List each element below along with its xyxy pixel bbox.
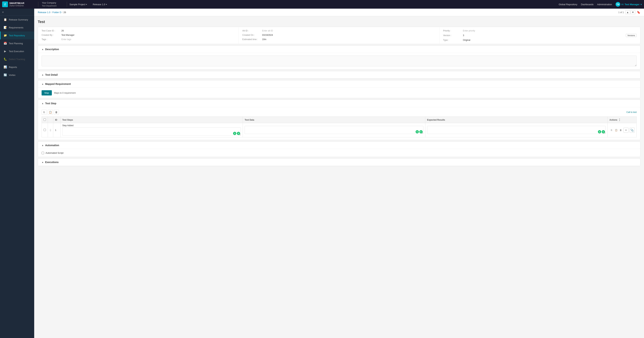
sidebar-item-reports[interactable]: 📊 Reports	[0, 63, 34, 71]
map-button[interactable]: Map	[42, 90, 52, 95]
row-test-data-cell: G G	[243, 123, 425, 137]
sidebar-item-label: Test Planning	[9, 42, 23, 45]
row-id-cell: 1	[53, 123, 60, 137]
add-step-button[interactable]: +	[624, 128, 628, 133]
test-data-input-icons: G G	[416, 130, 422, 133]
created-by-value: Test Manager	[62, 34, 235, 36]
tags-value[interactable]: Enter tags	[62, 38, 235, 41]
type-row: Type : Original	[443, 39, 636, 41]
expected-results-input-icons: G G	[598, 130, 605, 133]
automation-section-header[interactable]: ▲ Automation	[38, 142, 640, 149]
nav-items: Sample Project ▾ Release 1.0 ▾	[67, 2, 559, 7]
automation-section: ▲ Automation Automated Script	[38, 142, 640, 157]
estimated-time-row: Estimated time : 10m	[242, 38, 436, 41]
th-id: ID	[53, 117, 60, 123]
executions-title: Executions	[45, 161, 59, 164]
row-test-step-cell: Step Added G G	[60, 123, 243, 137]
prev-button[interactable]: ▲	[625, 10, 630, 14]
project-nav-item[interactable]: Sample Project ▾	[67, 2, 90, 7]
th-drag	[48, 117, 53, 123]
test-case-id-row: Test Case ID : 26	[42, 29, 235, 32]
priority-value[interactable]: Enter priority	[463, 29, 636, 32]
row-actions-cell: ⎘ 📋 🗑 + 📎	[608, 123, 636, 137]
versions-button[interactable]: Versions	[626, 34, 636, 37]
sidebar-item-test-repository[interactable]: 📁 Test Repository	[0, 31, 34, 39]
user-menu-arrow: ▾	[640, 3, 642, 6]
actions-settings-icon[interactable]: ⋮	[618, 118, 621, 122]
alt-id-row: Alt ID : Enter alt ID	[242, 29, 436, 32]
paste-step-icon[interactable]: 📋	[48, 110, 53, 115]
grammarly-icon-1: G	[233, 132, 236, 135]
sidebar-item-label: Vortex	[9, 74, 16, 76]
expected-results-input[interactable]	[427, 126, 606, 134]
version-label: Version :	[443, 34, 463, 37]
user-greeting: Hi	[621, 3, 624, 6]
test-repository-icon: 📁	[4, 34, 7, 37]
user-menu[interactable]: TM Hi Test Manager ▾	[616, 2, 642, 7]
requirements-icon: 📝	[4, 26, 7, 29]
th-expected-results: Expected Results	[425, 117, 608, 123]
breadcrumb-sep1: /	[51, 11, 52, 14]
test-detail-section-header[interactable]: ▲ Test Detail	[38, 71, 640, 79]
th-test-data: Test Data	[243, 117, 425, 123]
copy-step-icon[interactable]: ⎘	[42, 110, 46, 115]
automated-script-checkbox[interactable]	[42, 152, 44, 154]
paste-row-icon[interactable]: 📋	[614, 128, 618, 132]
next-button[interactable]: ▼	[630, 10, 635, 14]
release-nav-item[interactable]: Release 1.0 ▾	[90, 2, 109, 7]
dashboards-link[interactable]: Dashboards	[581, 3, 594, 6]
description-body	[38, 53, 640, 69]
test-step-table: ID Test Steps Test Data Expected Results…	[42, 117, 636, 137]
mapped-requirement-header[interactable]: ▲ Mapped Requirement	[38, 80, 640, 88]
mapped-requirement-title: Mapped Requirement	[45, 83, 71, 85]
table-row: ⣿ 1 Step Added G	[42, 123, 636, 137]
tags-label: Tags :	[42, 38, 62, 41]
grammarly-icon-2: G	[237, 132, 240, 135]
row-checkbox[interactable]	[44, 129, 46, 131]
alt-id-label: Alt ID :	[242, 29, 262, 32]
drag-handle-icon[interactable]: ⣿	[50, 129, 51, 131]
select-all-checkbox[interactable]	[44, 119, 46, 121]
mapped-req-chevron: ▲	[42, 83, 44, 85]
mapped-requirement-section: ▲ Mapped Requirement Map Maps to 0 requi…	[38, 80, 640, 98]
sidebar-item-label: Release Summary	[9, 18, 28, 21]
delete-row-icon[interactable]: 🗑	[619, 128, 623, 132]
global-repository-link[interactable]: Global Repository	[559, 3, 577, 6]
sidebar-item-test-execution[interactable]: ▶ Test Execution	[0, 47, 34, 55]
attach-icon-button[interactable]: 📎	[630, 128, 635, 133]
row-id: 1	[55, 129, 56, 131]
type-label: Type :	[443, 39, 463, 41]
copy-row-icon[interactable]: ⎘	[610, 128, 614, 132]
call-to-test-link[interactable]: Call to test	[626, 111, 636, 113]
administration-link[interactable]: Administration	[597, 3, 612, 6]
delete-step-icon[interactable]: 🗑	[54, 110, 59, 115]
th-test-steps: Test Steps	[60, 117, 243, 123]
breadcrumb-release[interactable]: Release 1.0	[38, 11, 50, 14]
sidebar-item-vortex[interactable]: 🔄 Vortex	[0, 71, 34, 79]
executions-chevron: ▲	[42, 161, 44, 164]
breadcrumb-folder[interactable]: Folder D	[52, 11, 62, 14]
sidebar-item-requirements[interactable]: 📝 Requirements	[0, 23, 34, 31]
executions-section: ▲ Executions	[38, 159, 640, 166]
sidebar-toggle[interactable]: «	[0, 9, 34, 16]
test-data-input[interactable]	[244, 126, 423, 134]
table-header-row: ID Test Steps Test Data Expected Results…	[42, 117, 636, 123]
priority-label: Priority :	[443, 29, 463, 32]
description-chevron: ▲	[42, 48, 44, 50]
bookmark-icon[interactable]: 🔖	[637, 10, 640, 14]
sidebar-item-test-planning[interactable]: 📅 Test Planning	[0, 39, 34, 47]
description-textarea[interactable]	[42, 56, 636, 66]
table-body: ⣿ 1 Step Added G	[42, 123, 636, 137]
test-step-chevron: ▲	[42, 102, 44, 105]
company-info: Your Company Test Department	[38, 1, 67, 7]
sidebar-item-label: Defect Tracking	[9, 58, 25, 61]
sidebar-item-release-summary[interactable]: 📋 Release Summary	[0, 16, 34, 23]
executions-section-header[interactable]: ▲ Executions	[38, 159, 640, 166]
alt-id-value[interactable]: Enter alt ID	[262, 29, 436, 32]
sidebar: « 📋 Release Summary 📝 Requirements 📁 Tes…	[0, 9, 34, 338]
step-input[interactable]	[62, 128, 241, 136]
automated-script-label: Automated Script	[46, 152, 64, 154]
description-section-header[interactable]: ▲ Description	[38, 46, 640, 53]
test-step-header[interactable]: ▲ Test Step	[38, 100, 640, 107]
user-name: Test Manager	[624, 3, 640, 6]
